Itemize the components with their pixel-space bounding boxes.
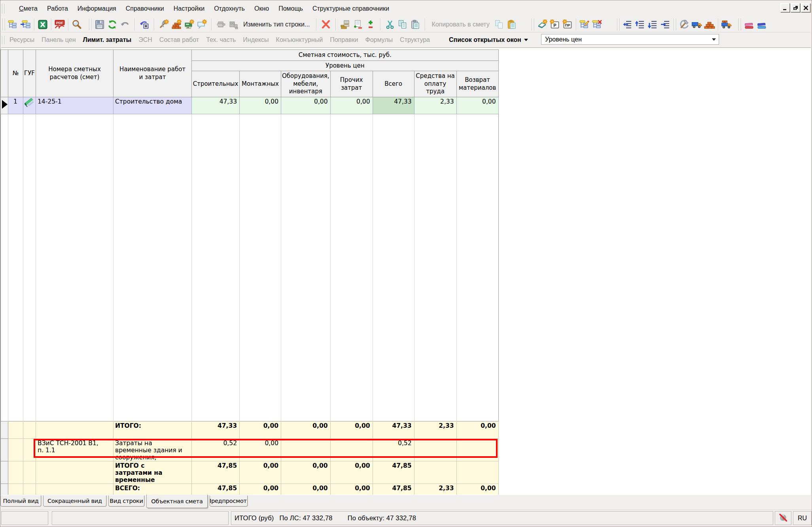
panel-button-9[interactable]: Поправки [326,34,362,46]
menu-7[interactable]: Окно [250,2,274,15]
totals-row-2[interactable]: ВЗиС ТСН-2001 В1, п. 1.1 Затраты на врем… [1,439,499,461]
panel-button-10[interactable]: Формулы [362,34,396,46]
header-cost-col-1[interactable]: Строительных [192,71,240,97]
menu-8[interactable]: Помощь [274,2,308,15]
panel-button-11[interactable]: Структура [396,34,433,46]
blocks-button[interactable] [227,17,240,32]
level-up-button[interactable] [634,17,647,32]
add-remove-document-button[interactable] [352,17,364,32]
panel-button-7[interactable]: Индексы [239,34,272,46]
level-last-button[interactable] [659,17,672,32]
preview-button[interactable] [70,17,83,32]
paste-button[interactable] [409,17,422,32]
tab-1[interactable]: Полный вид [0,495,41,506]
totals-row-3[interactable]: ИТОГО с затратами на временные47,850,000… [1,461,499,484]
tab-5[interactable]: Предпросмотр [210,495,248,506]
cell-value-7[interactable]: 0,00 [456,97,498,114]
paste-special-button[interactable] [505,17,518,32]
menu-2[interactable]: Работа [42,2,73,15]
header-names[interactable]: Наименование работ и затрат [114,50,192,97]
materials-button[interactable] [703,17,716,32]
cell-value-1[interactable]: 47,33 [192,97,240,114]
comment-settings-button[interactable] [195,17,208,32]
panel-button-6[interactable]: Тех. часть [203,34,239,46]
price-level-combobox[interactable]: Уровень цен [541,34,719,45]
delete-structure-button[interactable] [591,17,604,32]
add-remove-row-button[interactable] [364,17,377,32]
panel-button-8[interactable]: Конъюнктурный [273,34,327,46]
menu-5[interactable]: Настройки [169,2,209,15]
header-guf[interactable]: ГУF [23,50,36,97]
materials-transport-button[interactable] [720,17,733,32]
panel-button-1[interactable]: Ресурсы [6,34,38,46]
menu-grip[interactable] [2,4,5,14]
cell-name[interactable]: Строительство дома [114,97,192,114]
copy-button[interactable] [396,17,409,32]
panel-button-5[interactable]: Состав работ [156,34,203,46]
level-first-button[interactable] [621,17,634,32]
estimate-settings-button[interactable] [536,17,549,32]
toolbar-grip[interactable] [532,19,534,30]
menu-4[interactable]: Справочники [121,2,169,15]
header-cost-group[interactable]: Сметная стоимость, тыс. руб. [192,50,499,61]
change-row-type-button[interactable]: Изменить тип строки... [240,17,313,32]
save-button[interactable] [93,17,106,32]
restore-button[interactable] [791,3,800,12]
tab-3[interactable]: Вид строки [108,495,144,506]
header-cost-col-5[interactable]: Всего [373,71,414,97]
row-selector-cell[interactable] [1,97,8,114]
export-excel-button[interactable] [36,17,49,32]
toolbar-grip[interactable] [674,19,676,30]
cell-value-4[interactable]: 0,00 [330,97,373,114]
menu-3[interactable]: Информация [73,2,121,15]
level-down-button[interactable] [647,17,659,32]
panel-button-2[interactable]: Панель цен [38,34,79,46]
header-cost-col-3[interactable]: Оборудования, мебели, инвентаря [281,71,331,97]
copy-to-estimate-button[interactable]: Копировать в смету [428,17,492,32]
toolbar-grip[interactable] [738,19,741,30]
header-price-level[interactable]: Уровень цен [192,61,499,71]
header-num[interactable]: № [8,50,23,97]
revert-row-button[interactable] [138,17,151,32]
header-cost-col-4[interactable]: Прочих затрат [330,71,373,97]
works-settings-button[interactable] [157,17,170,32]
panelbar-grip[interactable] [2,36,5,44]
transport-button[interactable] [691,17,703,32]
language-indicator[interactable]: RU [793,511,812,525]
copy-pages-button[interactable] [493,17,505,32]
header-cost-col-6[interactable]: Средства на оплату труда [414,71,456,97]
refresh-button[interactable] [106,17,119,32]
combo-dropdown-button[interactable] [709,34,719,44]
resources-pr-button[interactable]: ПР [561,17,574,32]
resources-p-button[interactable]: Р [549,17,561,32]
header-codes[interactable]: Номера сметных расчетов (смет) [36,50,114,97]
menu-9[interactable]: Структурные справочники [308,2,394,15]
cell-num[interactable]: 1 [8,97,23,114]
cell-value-6[interactable]: 2,33 [414,97,456,114]
menu-1[interactable]: Смета [14,2,42,15]
toolbar-grip[interactable] [2,19,5,30]
minimize-button[interactable] [780,3,790,12]
tab-2[interactable]: Сокращенный вид [43,495,106,506]
edit-structure-button[interactable] [578,17,591,32]
export-pdf-button[interactable]: PDF [53,17,66,32]
structure-insert-button[interactable] [19,17,32,32]
tab-4[interactable]: Объектная смета [146,495,208,508]
cell-value-2[interactable]: 0,00 [240,97,281,114]
totals-row-1[interactable]: ИТОГО:47,330,000,000,0047,332,330,00 [1,421,499,439]
normative-base-button[interactable] [743,17,755,32]
print-button[interactable] [215,17,227,32]
header-cost-col-7[interactable]: Возврат материалов [456,71,498,97]
header-cost-col-2[interactable]: Монтажных [240,71,281,97]
calculation-button[interactable] [339,17,352,32]
cell-type[interactable] [23,97,36,114]
open-windows-button[interactable]: Список открытых окон [445,34,532,46]
undo-button[interactable] [119,17,131,32]
delete-row-button[interactable] [320,17,332,32]
menu-6[interactable]: Отдохнуть [209,2,250,15]
cell-code[interactable]: 14-25-1 [36,97,114,114]
panel-button-3[interactable]: Лимит. затраты [79,34,135,46]
cell-value-5[interactable]: 47,33 [373,97,414,114]
toolbar-grip[interactable] [89,19,92,30]
works-resources-button[interactable] [678,17,691,32]
